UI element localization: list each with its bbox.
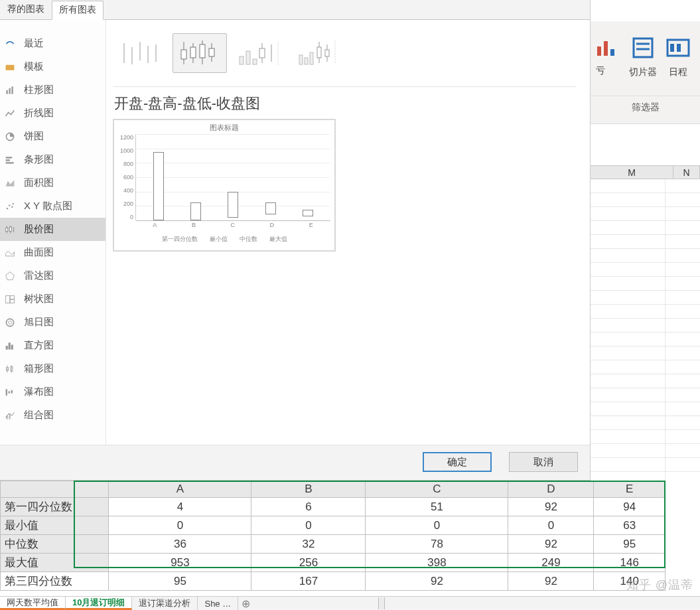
subtype-ohlc[interactable] (173, 33, 227, 73)
x-label: D (270, 222, 275, 228)
row-label[interactable]: 中位数 (1, 535, 109, 554)
sheet-tab-3[interactable]: 退订渠道分析 (132, 597, 198, 610)
sidebar-item-histogram[interactable]: 直方图 (0, 334, 105, 357)
sidebar-item-box[interactable]: 箱形图 (0, 357, 105, 380)
sheet-tab-2[interactable]: 10月退订明细 (66, 597, 132, 610)
cell[interactable]: 146 (594, 554, 665, 572)
cancel-button[interactable]: 取消 (509, 452, 578, 472)
cell[interactable]: 398 (366, 554, 508, 572)
cell[interactable]: 94 (594, 498, 665, 516)
svg-rect-62 (259, 48, 265, 58)
sidebar-item-line[interactable]: 折线图 (0, 102, 105, 125)
svg-rect-14 (6, 157, 13, 158)
sidebar-item-pie[interactable]: 饼图 (0, 125, 105, 148)
svg-rect-44 (9, 414, 10, 419)
cell[interactable]: 6 (251, 498, 366, 516)
subtype-vohlc[interactable] (292, 33, 346, 73)
col-header-blank[interactable] (1, 481, 109, 498)
cell[interactable]: 78 (366, 535, 508, 554)
col-header-D[interactable]: D (508, 481, 594, 498)
sidebar-item-combo[interactable]: 组合图 (0, 404, 105, 427)
sidebar-item-label: 条形图 (24, 153, 54, 166)
sidebar-item-recent[interactable]: 最近 (0, 32, 105, 55)
cell[interactable]: 51 (366, 498, 508, 516)
col-header-N[interactable]: N (673, 165, 700, 179)
cell[interactable]: 0 (366, 516, 508, 535)
cell[interactable]: 0 (109, 516, 251, 535)
ok-button[interactable]: 确定 (423, 452, 492, 472)
row-label[interactable]: 最小值 (1, 516, 109, 535)
cell[interactable]: 92 (508, 572, 594, 591)
ribbon-slicer[interactable]: 切片器 (629, 35, 657, 78)
cell[interactable]: 95 (109, 572, 251, 591)
cell[interactable]: 92 (508, 498, 594, 516)
row-label[interactable]: 第三四分位数 (1, 572, 109, 591)
sidebar-item-label: 树状图 (24, 293, 54, 305)
scatter-chart-icon (3, 200, 17, 212)
subtype-vhlc[interactable] (232, 33, 287, 73)
svg-point-19 (9, 204, 10, 206)
cell[interactable]: 92 (366, 572, 508, 591)
ribbon-group-filter-label: 筛选器 (591, 96, 700, 114)
table-row[interactable]: 第三四分位数 95 167 92 92 140 (1, 572, 665, 591)
tab-recommended[interactable]: 荐的图表 (0, 0, 52, 19)
sidebar-item-column[interactable]: 柱形图 (0, 78, 105, 102)
data-table[interactable]: A B C D E 第一四分位数 4 6 51 92 94 最小值 0 0 0 … (0, 481, 665, 591)
sidebar-item-template[interactable]: 模板 (0, 55, 105, 78)
row-label[interactable]: 最大值 (1, 554, 109, 572)
col-header-B[interactable]: B (251, 481, 366, 498)
y-tick: 1200 (118, 134, 133, 141)
tab-all-charts[interactable]: 所有图表 (52, 1, 104, 20)
sidebar-item-radar[interactable]: 雷达图 (0, 264, 105, 287)
treemap-chart-icon (3, 293, 17, 305)
cell[interactable]: 95 (594, 535, 665, 554)
sidebar-item-treemap[interactable]: 树状图 (0, 287, 105, 311)
chart-subtype-row (113, 33, 577, 87)
col-header-E[interactable]: E (594, 481, 665, 498)
x-label: A (153, 222, 157, 228)
svg-point-32 (9, 321, 12, 324)
row-label[interactable]: 第一四分位数 (1, 498, 109, 516)
cell[interactable]: 36 (109, 535, 251, 554)
pie-chart-icon (3, 131, 17, 143)
cell[interactable]: 92 (508, 535, 594, 554)
sheet-tab-4[interactable]: She … (198, 597, 238, 610)
subtype-hlc[interactable] (113, 33, 167, 73)
col-header-C[interactable]: C (366, 481, 508, 498)
col-header-A[interactable]: A (109, 481, 251, 498)
sidebar-item-bar[interactable]: 条形图 (0, 148, 105, 171)
sidebar-item-label: 组合图 (24, 409, 54, 421)
cell[interactable]: 0 (251, 516, 366, 535)
svg-rect-59 (246, 51, 250, 64)
column-chart-icon (3, 84, 17, 96)
sidebar-item-label: 雷达图 (24, 269, 54, 282)
watermark: 知乎 @温蒂 (626, 577, 693, 593)
ribbon-timeline[interactable]: 日程 (665, 35, 691, 78)
sidebar-item-surface[interactable]: 曲面图 (0, 241, 105, 264)
add-sheet-button[interactable]: ⊕ (238, 597, 253, 610)
sidebar-item-label: 饼图 (24, 130, 44, 143)
sidebar-item-waterfall[interactable]: 瀑布图 (0, 380, 105, 404)
cell[interactable]: 953 (109, 554, 251, 572)
table-row[interactable]: 第一四分位数 4 6 51 92 94 (1, 498, 665, 516)
sidebar-item-sunburst[interactable]: 旭日图 (0, 311, 105, 334)
cell[interactable]: 4 (109, 498, 251, 516)
cell[interactable]: 249 (508, 554, 594, 572)
cell[interactable]: 63 (594, 516, 665, 535)
tab-scroll-divider[interactable] (378, 597, 385, 609)
sunburst-chart-icon (3, 317, 17, 329)
cell[interactable]: 256 (251, 554, 366, 572)
sidebar-item-stock[interactable]: 股价图 (0, 218, 105, 241)
cell[interactable]: 32 (251, 535, 366, 554)
table-row[interactable]: 最大值 953 256 398 249 146 (1, 554, 665, 572)
cell[interactable]: 0 (508, 516, 594, 535)
col-header-M[interactable]: M (591, 165, 673, 179)
sidebar-item-scatter[interactable]: X Y 散点图 (0, 194, 105, 218)
chart-preview[interactable]: 图表标题 1200 1000 800 600 400 200 0 (113, 119, 336, 252)
table-row[interactable]: 最小值 0 0 0 0 63 (1, 516, 665, 535)
table-row[interactable]: 中位数 36 32 78 92 95 (1, 535, 665, 554)
sheet-tab-1[interactable]: 网天数平均值 (0, 597, 66, 610)
sidebar-item-area[interactable]: 面积图 (0, 171, 105, 194)
cell[interactable]: 167 (251, 572, 366, 591)
blank-cells-area[interactable] (591, 179, 700, 481)
